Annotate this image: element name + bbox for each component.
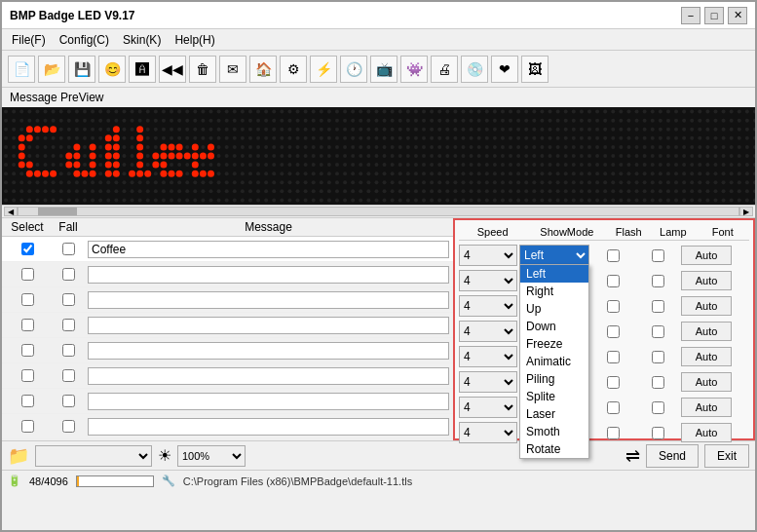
checkbox-3[interactable]	[21, 293, 34, 306]
open-button[interactable]: 📂	[38, 56, 65, 83]
dropdown-item-right[interactable]: Right	[520, 283, 588, 300]
message-input-4[interactable]	[88, 317, 449, 334]
lamp-check-4[interactable]	[652, 325, 664, 338]
lamp-check-8[interactable]	[652, 427, 664, 439]
message-input-5[interactable]	[88, 342, 449, 360]
speed-select-3[interactable]: 4	[459, 295, 517, 317]
row-1-fall[interactable]	[49, 243, 88, 255]
lamp-check-2[interactable]	[652, 275, 664, 287]
menu-file[interactable]: File(F)	[6, 31, 52, 49]
scroll-thumb[interactable]	[38, 208, 77, 215]
brightness-dropdown[interactable]: 100%25%50%75%	[177, 445, 246, 467]
scroll-track[interactable]	[18, 207, 739, 216]
clock-button[interactable]: 🕐	[340, 56, 367, 83]
dropdown-item-left[interactable]: Left	[520, 265, 588, 283]
speed-select-6[interactable]: 4	[459, 371, 517, 393]
character-button[interactable]: 🅰	[129, 56, 156, 83]
font-btn-6[interactable]: Auto	[681, 372, 732, 392]
speed-select-1[interactable]: 41235678	[459, 245, 517, 266]
dropdown-item-up[interactable]: Up	[520, 300, 588, 318]
image-button[interactable]: 🖼	[521, 56, 549, 83]
scroll-left-arrow[interactable]: ◀	[4, 207, 18, 216]
back-button[interactable]: ◀◀	[159, 56, 186, 83]
font-btn-8[interactable]: Auto	[681, 423, 732, 442]
save-button[interactable]: 💾	[68, 56, 95, 83]
speed-select-2[interactable]: 4	[459, 270, 517, 291]
fall-checkbox-5[interactable]	[62, 344, 75, 357]
flash-check-6[interactable]	[607, 376, 620, 389]
close-button[interactable]: ✕	[728, 7, 747, 24]
checkbox-4[interactable]	[21, 319, 34, 331]
checkbox-1[interactable]	[21, 243, 34, 255]
maximize-button[interactable]: □	[704, 7, 724, 24]
row-1-message[interactable]	[88, 241, 449, 258]
fall-checkbox-1[interactable]	[62, 243, 75, 255]
fall-checkbox-3[interactable]	[62, 293, 75, 306]
font-btn-1[interactable]: Auto	[681, 246, 732, 265]
font-btn-3[interactable]: Auto	[681, 296, 732, 316]
message-input-7[interactable]	[88, 393, 449, 410]
speed-select-4[interactable]: 4	[459, 321, 517, 342]
checkbox-7[interactable]	[21, 395, 34, 407]
flash-check-3[interactable]	[607, 300, 620, 313]
checkbox-2[interactable]	[21, 268, 34, 281]
heart-button[interactable]: ❤	[491, 56, 518, 83]
lamp-check-3[interactable]	[652, 300, 664, 313]
send-button[interactable]: Send	[646, 444, 699, 468]
fall-checkbox-4[interactable]	[62, 319, 75, 331]
settings-button[interactable]: ⚙	[280, 56, 307, 83]
speed-select-8[interactable]: 4	[459, 422, 517, 443]
speed-select-7[interactable]: 4	[459, 397, 517, 418]
flash-check-1[interactable]	[607, 249, 620, 262]
flash-check-5[interactable]	[607, 351, 620, 363]
lamp-check-6[interactable]	[652, 376, 664, 389]
font-btn-2[interactable]: Auto	[681, 271, 732, 290]
dropdown-item-laser[interactable]: Laser	[520, 405, 588, 423]
delete-button[interactable]: 🗑	[189, 56, 216, 83]
print-button[interactable]: 🖨	[431, 56, 458, 83]
dropdown-item-freeze[interactable]: Freeze	[520, 335, 588, 353]
message-input-3[interactable]	[88, 291, 449, 309]
fall-checkbox-6[interactable]	[62, 369, 75, 382]
checkbox-8[interactable]	[21, 420, 34, 433]
dropdown-item-piling[interactable]: Piling	[520, 370, 588, 388]
minimize-button[interactable]: −	[681, 7, 700, 24]
exit-button[interactable]: Exit	[704, 444, 749, 468]
dropdown-item-rotate[interactable]: Rotate	[520, 440, 588, 458]
row-1-select[interactable]	[6, 243, 49, 255]
font-btn-5[interactable]: Auto	[681, 347, 732, 366]
power-button[interactable]: ⚡	[310, 56, 337, 83]
new-button[interactable]: 📄	[8, 56, 35, 83]
flash-check-7[interactable]	[607, 401, 620, 414]
message-input-2[interactable]	[88, 266, 449, 284]
home-button[interactable]: 🏠	[249, 56, 277, 83]
fall-checkbox-7[interactable]	[62, 395, 75, 407]
checkbox-5[interactable]	[21, 344, 34, 357]
email-button[interactable]: ✉	[219, 56, 246, 83]
menu-config[interactable]: Config(C)	[54, 31, 115, 49]
game-button[interactable]: 👾	[400, 56, 428, 83]
dropdown-item-animatic[interactable]: Animatic	[520, 353, 588, 370]
fall-checkbox-2[interactable]	[62, 268, 75, 281]
fall-checkbox-8[interactable]	[62, 420, 75, 433]
dropdown-item-down[interactable]: Down	[520, 318, 588, 335]
dropdown-item-splite[interactable]: Splite	[520, 388, 588, 405]
scroll-right-arrow[interactable]: ▶	[739, 207, 753, 216]
message-input-6[interactable]	[88, 367, 449, 385]
lamp-check-1[interactable]	[652, 249, 664, 262]
flash-check-4[interactable]	[607, 325, 620, 338]
flash-check-2[interactable]	[607, 275, 620, 287]
menu-help[interactable]: Help(H)	[169, 31, 220, 49]
horizontal-scrollbar[interactable]: ◀ ▶	[2, 205, 755, 218]
disk-button[interactable]: 💿	[461, 56, 488, 83]
dropdown-item-smoth[interactable]: Smoth	[520, 423, 588, 440]
monitor-button[interactable]: 📺	[370, 56, 397, 83]
message-input-1[interactable]	[88, 241, 449, 258]
lamp-check-5[interactable]	[652, 351, 664, 363]
lamp-cell-1[interactable]	[636, 249, 679, 262]
font-btn-7[interactable]: Auto	[681, 398, 732, 417]
smiley-button[interactable]: 😊	[98, 56, 126, 83]
checkbox-6[interactable]	[21, 369, 34, 382]
showmode-select-1[interactable]: Left	[519, 245, 589, 266]
flash-check-8[interactable]	[607, 427, 620, 439]
